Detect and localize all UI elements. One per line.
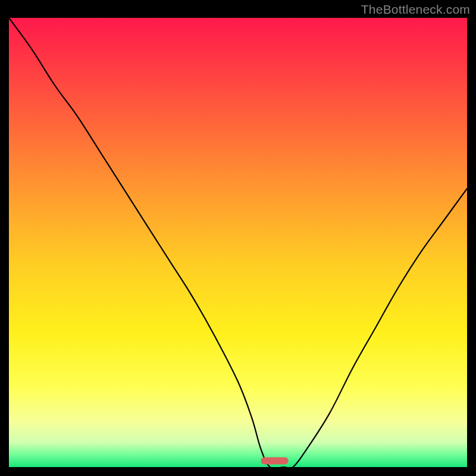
optimal-marker [261, 457, 289, 464]
watermark-text: TheBottleneck.com [361, 2, 470, 17]
chart-frame: TheBottleneck.com [0, 0, 476, 476]
chart-background [9, 18, 467, 467]
plot-area [9, 18, 467, 467]
bottleneck-chart [9, 18, 467, 467]
